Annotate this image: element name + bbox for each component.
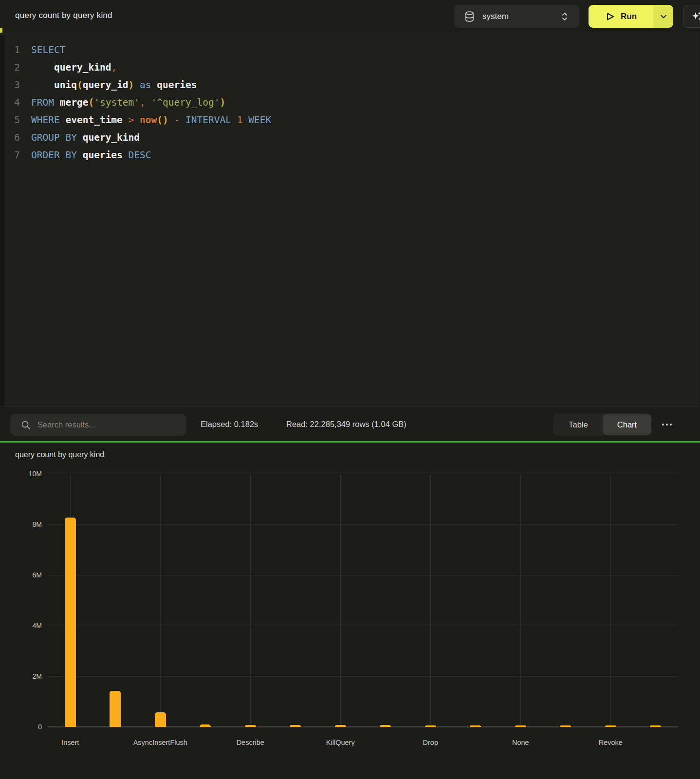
elapsed-stat: Elapsed: 0.182s bbox=[201, 407, 258, 442]
bar-cat7[interactable] bbox=[379, 724, 391, 727]
chart-title: query count by query kind bbox=[15, 450, 104, 459]
ai-assist-button[interactable] bbox=[683, 5, 700, 28]
code-token: uniq bbox=[54, 79, 77, 91]
y-tick-label: 10M bbox=[15, 469, 42, 478]
bar-AsyncInsertFlush[interactable] bbox=[154, 712, 166, 727]
play-icon bbox=[605, 12, 615, 21]
line-number: 2 bbox=[5, 59, 20, 76]
bar-cat11[interactable] bbox=[559, 725, 571, 727]
code-token: queries bbox=[157, 79, 197, 91]
gridline bbox=[48, 524, 678, 525]
bar-cat13[interactable] bbox=[649, 725, 662, 727]
bar-Drop[interactable] bbox=[424, 725, 437, 727]
editor-scrollbar-track[interactable] bbox=[698, 35, 700, 407]
bar-KillQuery[interactable] bbox=[334, 724, 347, 727]
sql-editor[interactable]: 1SELECT2 query_kind,3 uniq(query_id) as … bbox=[0, 35, 700, 407]
chart-panel: query count by query kind 02M4M6M8M10MIn… bbox=[0, 443, 700, 779]
code-line: 7ORDER BY queries DESC bbox=[0, 147, 691, 164]
y-tick-label: 2M bbox=[15, 672, 42, 681]
run-button-label: Run bbox=[621, 12, 637, 21]
code-token: INTERVAL bbox=[185, 114, 231, 126]
gridline bbox=[48, 474, 678, 474]
code-token bbox=[151, 79, 157, 91]
search-results-input[interactable] bbox=[37, 420, 179, 429]
code-token: now bbox=[140, 114, 157, 126]
bar-Revoke[interactable] bbox=[605, 725, 617, 727]
gridline bbox=[430, 474, 431, 727]
code-token bbox=[146, 97, 151, 108]
bar-Describe[interactable] bbox=[244, 724, 257, 727]
x-tick-label: Describe bbox=[214, 738, 287, 747]
code-token bbox=[123, 114, 129, 126]
active-tab-indicator bbox=[0, 28, 2, 33]
gridline bbox=[250, 474, 251, 727]
code-token: SELECT bbox=[31, 44, 65, 56]
code-token: '^query_log' bbox=[151, 97, 220, 108]
y-tick-label: 8M bbox=[15, 520, 42, 529]
x-tick-label: KillQuery bbox=[304, 738, 377, 747]
code-token bbox=[60, 114, 66, 126]
tab-chart[interactable]: Chart bbox=[603, 414, 651, 435]
bar-cat5[interactable] bbox=[289, 724, 301, 727]
x-tick-label: Insert bbox=[34, 738, 107, 747]
code-line: 2 query_kind, bbox=[0, 59, 691, 76]
bar-None[interactable] bbox=[515, 725, 527, 727]
run-options-button[interactable] bbox=[653, 5, 673, 28]
x-tick-label: AsyncInsertFlush bbox=[124, 738, 197, 747]
code-lines: 1SELECT2 query_kind,3 uniq(query_id) as … bbox=[0, 41, 691, 164]
database-selector-value: system bbox=[482, 12, 509, 21]
code-line: 3 uniq(query_id) as queries bbox=[0, 76, 691, 94]
code-token: 'system' bbox=[94, 97, 140, 108]
x-tick-label: Drop bbox=[394, 738, 467, 747]
read-stat: Read: 22,285,349 rows (1.04 GB) bbox=[286, 407, 406, 442]
bar-Insert[interactable] bbox=[64, 517, 76, 727]
gridline bbox=[48, 676, 678, 677]
code-token bbox=[134, 79, 140, 91]
code-token: FROM bbox=[31, 97, 54, 108]
query-header: query count by query kind system bbox=[0, 0, 700, 35]
code-token bbox=[31, 79, 54, 91]
code-token bbox=[180, 114, 185, 126]
gridline bbox=[48, 626, 678, 626]
bar-cat9[interactable] bbox=[469, 725, 481, 727]
line-number: 7 bbox=[5, 147, 20, 164]
view-toggle: Table Chart bbox=[553, 413, 652, 436]
code-token: query_kind bbox=[54, 62, 111, 73]
more-options-button[interactable] bbox=[659, 407, 675, 442]
code-token: query_kind bbox=[83, 132, 140, 143]
code-token: () bbox=[157, 114, 168, 126]
code-token bbox=[77, 149, 83, 161]
code-token: 1 bbox=[237, 114, 243, 126]
line-number: 4 bbox=[5, 94, 20, 111]
tab-table[interactable]: Table bbox=[554, 414, 603, 435]
code-token bbox=[31, 62, 54, 73]
code-line: 5WHERE event_time > now() - INTERVAL 1 W… bbox=[0, 111, 691, 129]
code-token bbox=[123, 149, 129, 161]
x-tick-label: None bbox=[484, 738, 557, 747]
code-line: 1SELECT bbox=[0, 41, 691, 59]
y-tick-label: 6M bbox=[15, 571, 42, 579]
code-line: 6GROUP BY query_kind bbox=[0, 129, 691, 147]
code-token: DESC bbox=[129, 149, 151, 161]
gridline bbox=[340, 474, 341, 727]
code-token bbox=[77, 132, 83, 143]
line-number: 6 bbox=[5, 129, 20, 147]
run-button[interactable]: Run bbox=[589, 5, 653, 28]
code-token bbox=[54, 97, 60, 108]
code-token: as bbox=[140, 79, 151, 91]
database-selector[interactable]: system bbox=[454, 5, 579, 28]
code-token: ) bbox=[220, 97, 225, 108]
gridline bbox=[520, 474, 521, 727]
gridline bbox=[48, 575, 678, 575]
x-tick-label: Revoke bbox=[574, 738, 647, 747]
x-axis-line bbox=[48, 726, 678, 727]
chevron-down-icon bbox=[660, 14, 667, 19]
bar-cat3[interactable] bbox=[199, 724, 211, 727]
code-token: ORDER BY bbox=[31, 149, 77, 161]
code-token bbox=[134, 114, 140, 126]
line-number: 5 bbox=[5, 111, 20, 129]
code-token: WEEK bbox=[248, 114, 271, 126]
code-token: ) bbox=[129, 79, 134, 91]
code-token: merge bbox=[60, 97, 89, 108]
bar-cat1[interactable] bbox=[109, 690, 121, 727]
